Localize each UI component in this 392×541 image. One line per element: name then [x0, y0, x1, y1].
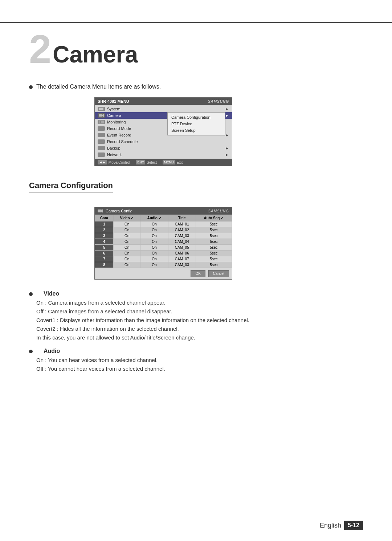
svg-point-9 — [100, 135, 101, 135]
cam-audio: On — [140, 256, 168, 262]
exit-label: Exit — [177, 160, 183, 164]
footer-select: ENT Select — [136, 160, 157, 164]
cam-audio: On — [140, 245, 168, 251]
cam-audio: On — [140, 262, 168, 268]
audio-line-1: On : You can hear voices from a selected… — [36, 356, 363, 365]
cam-title: CAM_01 — [168, 221, 196, 227]
menu-footer: ◄► Move/Control ENT Select MENU Exit — [95, 159, 232, 166]
cam-num: 3 — [95, 233, 114, 239]
record-mode-icon — [98, 126, 105, 131]
page-footer: English 5-12 — [320, 521, 363, 530]
col-cam: Cam — [95, 215, 114, 221]
config-table-row: 5 On On CAM_05 5sec — [95, 245, 232, 251]
cam-auto-seq: 5sec — [196, 262, 232, 268]
cam-num: 6 — [95, 251, 114, 256]
menu-item-record-mode-label: Record Mode — [107, 126, 131, 131]
svg-marker-16 — [102, 209, 103, 213]
audio-lines: On : You can hear voices from a selected… — [36, 356, 363, 373]
submenu-screen[interactable]: Screen Setup — [168, 127, 225, 134]
menu-item-record-schedule[interactable]: Record Schedule — [95, 138, 232, 145]
menu-item-system[interactable]: System ► — [95, 106, 232, 112]
cam-video: On — [113, 256, 140, 262]
cam-video: On — [113, 221, 140, 227]
move-key: ◄► — [98, 160, 107, 164]
bullet-dot — [29, 85, 33, 89]
video-line-4: Covert2 : Hides all the information on t… — [36, 325, 363, 333]
cam-video: On — [113, 262, 140, 268]
submenu-camera-config[interactable]: Camera Configuration — [168, 114, 225, 121]
menu-item-monitoring-label: Monitoring — [107, 120, 126, 124]
menu-item-camera[interactable]: Camera ► Camera Configuration PTZ Device… — [95, 112, 232, 119]
cam-auto-seq: 5sec — [196, 245, 232, 251]
monitoring-icon — [98, 120, 105, 124]
cam-num: 5 — [95, 245, 114, 251]
config-table-row: 6 On On CAM_06 5sec — [95, 251, 232, 256]
video-bullet: Video — [29, 290, 363, 297]
config-table-body: 1 On On CAM_01 5sec 2 On On CAM_02 5sec … — [95, 221, 232, 268]
network-arrow-icon: ► — [225, 152, 229, 157]
svg-point-5 — [99, 121, 101, 123]
col-audio: Audio ✓ — [140, 215, 168, 221]
section1-container: Camera Configuration — [29, 177, 363, 200]
audio-bullet: Audio — [29, 348, 363, 354]
svg-point-7 — [101, 128, 102, 129]
camera-config-screenshot: Camera Config SAMSUNG Cam Video ✓ Audio … — [94, 207, 232, 280]
cam-video: On — [113, 239, 140, 245]
config-title: Camera Config — [106, 209, 132, 213]
cam-num: 7 — [95, 256, 114, 262]
config-footer: OK Cancel — [95, 268, 232, 279]
submenu-ptz[interactable]: PTZ Device — [168, 121, 225, 127]
cam-auto-seq: 5sec — [196, 239, 232, 245]
menu-screenshot: SHR-4081 MENU SAMSUNG System ► Camera ► — [94, 97, 232, 166]
cam-auto-seq: 5sec — [196, 251, 232, 256]
intro-text: The detailed Camera Menu items are as fo… — [36, 84, 161, 90]
cam-title: CAM_05 — [168, 245, 196, 251]
video-label: Video — [44, 290, 59, 297]
cam-audio: On — [140, 221, 168, 227]
arrow-icon: ► — [225, 107, 229, 111]
menu-item-network[interactable]: Network ► — [95, 151, 232, 158]
col-title: Title — [168, 215, 196, 221]
config-table: Cam Video ✓ Audio ✓ Title Auto Seq ✓ 1 O… — [95, 215, 232, 268]
cam-num: 1 — [95, 221, 114, 227]
cancel-button[interactable]: Cancel — [208, 270, 229, 277]
chapter-number: 2 — [29, 29, 51, 69]
video-line-2: Off : Camera images from a selected chan… — [36, 307, 363, 316]
video-lines: On : Camera images from a selected chann… — [36, 298, 363, 342]
ok-button[interactable]: OK — [191, 270, 205, 277]
backup-arrow-icon: ► — [225, 146, 229, 150]
cam-audio: On — [140, 227, 168, 233]
cam-title: CAM_06 — [168, 251, 196, 256]
cam-num: 8 — [95, 262, 114, 268]
svg-rect-1 — [99, 108, 103, 110]
menu-item-camera-label: Camera — [107, 113, 121, 118]
config-table-row: 3 On On CAM_03 5sec — [95, 233, 232, 239]
cam-auto-seq: 5sec — [196, 227, 232, 233]
cam-video: On — [113, 227, 140, 233]
section1-heading: Camera Configuration — [29, 181, 113, 192]
menu-item-network-label: Network — [107, 152, 122, 157]
event-record-arrow-icon: ► — [225, 133, 229, 137]
menu-item-record-schedule-label: Record Schedule — [107, 139, 138, 144]
cam-audio: On — [140, 251, 168, 256]
menu-item-backup[interactable]: Backup ► — [95, 145, 232, 151]
event-record-icon — [98, 133, 105, 137]
cam-auto-seq: 5sec — [196, 221, 232, 227]
svg-rect-15 — [98, 210, 102, 212]
chapter-title: Camera — [53, 43, 138, 69]
cam-video: On — [113, 251, 140, 256]
svg-point-12 — [100, 147, 102, 149]
intro-bullet: The detailed Camera Menu items are as fo… — [29, 84, 363, 90]
config-table-row: 4 On On CAM_04 5sec — [95, 239, 232, 245]
menu-item-system-label: System — [107, 107, 121, 111]
svg-point-13 — [100, 154, 102, 156]
backup-icon — [98, 146, 105, 150]
cam-auto-seq: 5sec — [196, 233, 232, 239]
bottom-border — [0, 519, 392, 519]
menu-title: SHR-4081 MENU — [98, 99, 129, 103]
cam-num: 2 — [95, 227, 114, 233]
col-auto-seq: Auto Seq ✓ — [196, 215, 232, 221]
config-table-row: 2 On On CAM_02 5sec — [95, 227, 232, 233]
record-schedule-icon — [98, 139, 105, 144]
video-line-1: On : Camera images from a selected chann… — [36, 298, 363, 307]
